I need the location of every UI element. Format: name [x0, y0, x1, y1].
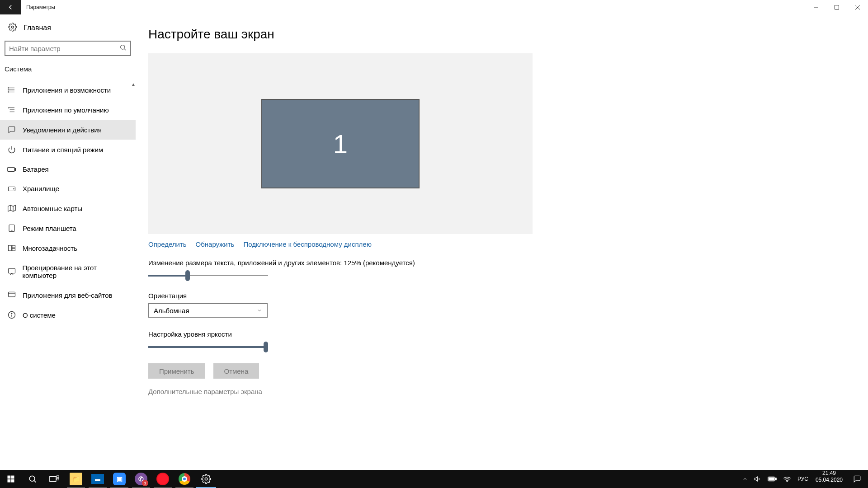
apps-icon	[7, 86, 16, 94]
taskbar-app-settings[interactable]	[195, 470, 217, 488]
search-box[interactable]	[5, 41, 131, 56]
svg-point-5	[121, 45, 125, 49]
brightness-label: Настройка уровня яркости	[148, 330, 850, 338]
volume-icon[interactable]	[754, 475, 761, 483]
window-titlebar: Параметры	[0, 0, 868, 14]
svg-rect-18	[15, 168, 16, 170]
svg-rect-28	[12, 249, 15, 251]
search-input[interactable]	[9, 45, 119, 52]
taskbar-app-chrome[interactable]	[174, 470, 195, 488]
viber-badge: 1	[142, 480, 148, 486]
viber-icon: ✆1	[135, 473, 147, 485]
sidebar-item-notify[interactable]: Уведомления и действия	[0, 120, 136, 140]
sidebar-item-label: Уведомления и действия	[23, 126, 102, 134]
display-arrangement[interactable]: 1	[148, 53, 533, 234]
home-button[interactable]: Главная	[0, 14, 136, 41]
multitask-icon	[7, 244, 16, 252]
search-button[interactable]	[22, 470, 43, 488]
wireless-display-link[interactable]: Подключение к беспроводному дисплею	[243, 240, 372, 248]
home-label: Главная	[24, 24, 51, 32]
sidebar-item-about[interactable]: О системе	[0, 305, 136, 325]
sidebar-item-label: Батарея	[23, 165, 49, 173]
category-label: Система	[0, 63, 136, 80]
orientation-select[interactable]: Альбомная	[148, 303, 268, 318]
svg-rect-24	[9, 225, 14, 232]
monitor-number: 1	[333, 129, 348, 159]
svg-line-6	[124, 49, 126, 50]
svg-point-44	[205, 478, 208, 480]
sidebar-item-battery[interactable]: Батарея	[0, 160, 136, 179]
tablet-icon	[7, 224, 16, 232]
wifi-icon[interactable]	[783, 476, 791, 482]
battery-icon[interactable]	[768, 476, 777, 482]
chrome-icon	[179, 473, 190, 485]
webapps-icon	[7, 291, 16, 299]
svg-rect-41	[50, 477, 56, 482]
taskbar-app-explorer[interactable]: 📁	[65, 470, 87, 488]
project-icon	[7, 267, 16, 276]
settings-sidebar: Главная Система ▲ Приложения и возможнос…	[0, 14, 136, 470]
svg-point-34	[11, 313, 12, 314]
input-language[interactable]: РУС	[797, 476, 808, 482]
action-center-button[interactable]	[846, 470, 868, 488]
svg-marker-21	[8, 205, 16, 211]
taskbar-app-zoom[interactable]: ▣	[108, 470, 130, 488]
search-icon	[119, 44, 127, 53]
taskmgr-icon: ▬	[91, 474, 104, 484]
sidebar-item-apps[interactable]: Приложения и возможности	[0, 80, 136, 100]
sidebar-item-power[interactable]: Питание и спящий режим	[0, 140, 136, 160]
sidebar-item-webapps[interactable]: Приложения для веб-сайтов	[0, 285, 136, 305]
about-icon	[7, 311, 16, 319]
svg-rect-42	[57, 476, 59, 478]
taskbar-clock[interactable]: 21:49 05.04.2020	[812, 470, 846, 488]
svg-point-20	[14, 188, 14, 189]
apply-button[interactable]: Применить	[148, 363, 205, 379]
svg-rect-47	[775, 478, 776, 480]
monitor-preview[interactable]: 1	[261, 99, 420, 188]
minimize-button[interactable]	[806, 0, 826, 14]
storage-icon	[7, 186, 16, 192]
sidebar-item-defaults[interactable]: Приложения по умолчанию	[0, 100, 136, 120]
sidebar-item-tablet[interactable]: Режим планшета	[0, 218, 136, 238]
svg-line-40	[34, 481, 36, 483]
sidebar-item-multitask[interactable]: Многозадачность	[0, 238, 136, 258]
maximize-button[interactable]	[826, 0, 847, 14]
start-button[interactable]	[0, 470, 22, 488]
system-tray: РУС	[739, 470, 812, 488]
page-title: Настройте ваш экран	[148, 27, 850, 42]
detect-link[interactable]: Обнаружить	[196, 240, 235, 248]
taskbar-app-taskmgr[interactable]: ▬	[87, 470, 108, 488]
sidebar-item-label: Хранилище	[23, 185, 59, 192]
sidebar-item-maps[interactable]: Автономные карты	[0, 198, 136, 218]
sidebar-item-project[interactable]: Проецирование на этот компьютер	[0, 258, 136, 285]
notify-icon	[7, 126, 16, 134]
close-button[interactable]	[847, 0, 868, 14]
sidebar-item-label: Многозадачность	[23, 244, 77, 252]
svg-rect-35	[8, 476, 11, 479]
taskbar: 📁 ▬ ▣ ✆1 РУС 21:49 05.04.2020	[0, 470, 868, 488]
taskbar-app-opera[interactable]	[152, 470, 174, 488]
sidebar-item-storage[interactable]: Хранилище	[0, 179, 136, 198]
svg-rect-30	[9, 292, 15, 297]
tray-overflow-icon[interactable]	[742, 476, 748, 482]
identify-link[interactable]: Определить	[148, 240, 187, 248]
taskbar-app-viber[interactable]: ✆1	[130, 470, 152, 488]
back-button[interactable]	[0, 0, 21, 14]
svg-rect-37	[8, 479, 11, 483]
scale-slider[interactable]	[148, 270, 268, 281]
defaults-icon	[7, 106, 16, 114]
svg-point-49	[787, 481, 788, 482]
battery-icon	[7, 166, 16, 173]
gear-icon	[8, 23, 17, 33]
svg-rect-17	[8, 167, 14, 171]
sidebar-item-label: Проецирование на этот компьютер	[22, 264, 129, 279]
advanced-display-link[interactable]: Дополнительные параметры экрана	[148, 388, 850, 395]
sidebar-item-label: Питание и спящий режим	[23, 146, 103, 154]
cancel-button[interactable]: Отмена	[213, 363, 259, 379]
orientation-value: Альбомная	[154, 307, 189, 314]
task-view-button[interactable]	[43, 470, 65, 488]
svg-rect-36	[11, 476, 14, 479]
window-title: Параметры	[21, 0, 806, 14]
svg-rect-27	[12, 245, 15, 248]
brightness-slider[interactable]	[148, 342, 268, 352]
